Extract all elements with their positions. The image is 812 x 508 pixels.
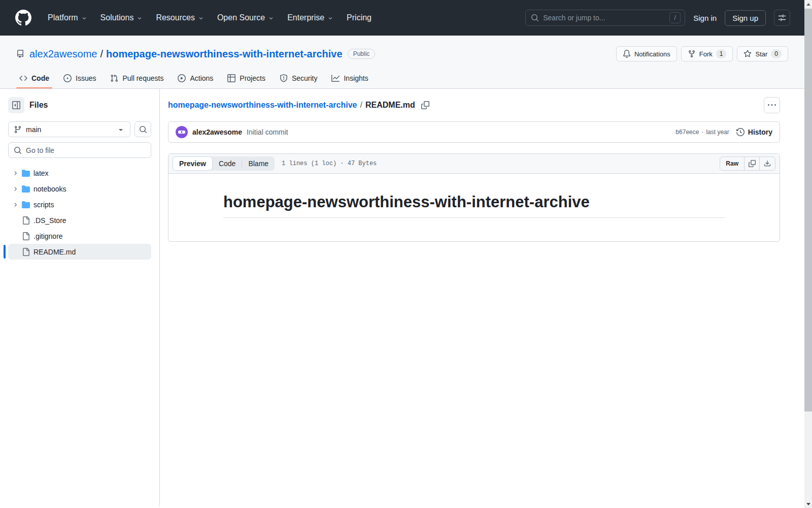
- tab-issues[interactable]: Issues: [56, 69, 103, 88]
- file-icon: [22, 216, 30, 225]
- notifications-button[interactable]: Notifications: [616, 46, 677, 61]
- nav-item-solutions[interactable]: Solutions: [95, 10, 148, 25]
- file-viewer-toolbar: Preview Code Blame 1 lines (1 loc) · 47 …: [168, 154, 780, 174]
- current-branch-name: main: [26, 125, 41, 134]
- chevron-right-icon[interactable]: [12, 202, 18, 208]
- slash-shortcut-key: /: [669, 12, 681, 23]
- copy-icon: [749, 160, 756, 167]
- download-icon: [764, 160, 771, 167]
- sliders-icon: [778, 14, 786, 22]
- tree-item-label: notebooks: [33, 185, 66, 193]
- chevron-right-icon[interactable]: [12, 170, 18, 176]
- issue-icon: [63, 74, 72, 82]
- download-button[interactable]: [760, 157, 775, 170]
- triangle-down-icon: [117, 125, 125, 134]
- tree-item-label: scripts: [33, 201, 54, 209]
- top-navbar: Platform Solutions Resources Open Source…: [0, 0, 804, 36]
- branch-icon: [14, 125, 22, 134]
- tree-item-notebooks[interactable]: notebooks: [8, 181, 151, 197]
- files-sidebar: Files main latex: [0, 89, 160, 506]
- folder-icon: [22, 201, 30, 209]
- tree-item-label: .DS_Store: [33, 216, 66, 225]
- appearance-settings-button[interactable]: [774, 10, 790, 26]
- tab-actions[interactable]: Actions: [171, 69, 220, 88]
- commit-author-link[interactable]: alex2awesome: [192, 128, 242, 136]
- nav-item-resources[interactable]: Resources: [151, 10, 209, 25]
- tab-security[interactable]: Security: [273, 69, 325, 88]
- star-icon: [743, 50, 752, 58]
- repo-name-link[interactable]: homepage-newsworthiness-with-internet-ar…: [106, 48, 343, 60]
- history-icon: [736, 128, 745, 136]
- latest-commit-bar: alex2awesome Initial commit b67eece · la…: [168, 121, 780, 143]
- pull-request-icon: [110, 74, 118, 82]
- file-view-pane: homepage-newsworthiness-with-internet-ar…: [160, 89, 804, 506]
- raw-actions-group: Raw: [720, 156, 775, 171]
- nav-item-enterprise[interactable]: Enterprise: [282, 10, 339, 25]
- star-button[interactable]: Star 0: [737, 46, 788, 61]
- global-search[interactable]: /: [525, 10, 685, 26]
- file-tree: latex notebooks scripts .DS_Store: [8, 165, 151, 260]
- copy-file-button[interactable]: [745, 157, 760, 170]
- search-this-repo-button[interactable]: [134, 121, 151, 137]
- github-logo-icon[interactable]: [15, 10, 31, 26]
- repo-icon: [16, 50, 24, 58]
- raw-button[interactable]: Raw: [720, 157, 745, 170]
- sign-up-button[interactable]: Sign up: [725, 10, 766, 26]
- window-scrollbar[interactable]: [804, 0, 812, 508]
- repo-header: alex2awesome / homepage-newsworthiness-w…: [0, 36, 804, 89]
- tab-code[interactable]: Code: [12, 69, 56, 88]
- scrollbar-down-arrow[interactable]: [804, 500, 812, 508]
- avatar[interactable]: [176, 126, 188, 138]
- code-tab[interactable]: Code: [213, 157, 242, 170]
- main-nav: Platform Solutions Resources Open Source…: [43, 10, 377, 25]
- shield-icon: [280, 74, 288, 82]
- breadcrumb: homepage-newsworthiness-with-internet-ar…: [168, 97, 780, 113]
- tab-insights[interactable]: Insights: [324, 69, 375, 88]
- breadcrumb-separator: /: [357, 101, 365, 110]
- history-link[interactable]: History: [736, 128, 772, 136]
- scrollbar-thumb[interactable]: [804, 9, 812, 411]
- tab-projects[interactable]: Projects: [220, 69, 273, 88]
- repo-owner-link[interactable]: alex2awesome: [29, 48, 97, 60]
- tab-pull-requests[interactable]: Pull requests: [103, 69, 171, 88]
- sign-in-link[interactable]: Sign in: [693, 14, 717, 22]
- search-icon: [139, 125, 147, 134]
- search-icon: [14, 146, 22, 154]
- scrollbar-up-arrow[interactable]: [804, 0, 812, 8]
- tree-item-gitignore[interactable]: .gitignore: [8, 228, 151, 244]
- bell-icon: [623, 50, 631, 58]
- graph-icon: [331, 74, 340, 82]
- table-icon: [227, 74, 235, 82]
- commit-message-link[interactable]: Initial commit: [247, 128, 288, 136]
- star-count: 0: [771, 49, 782, 58]
- chevron-down-icon: [327, 15, 333, 21]
- nav-item-platform[interactable]: Platform: [43, 10, 92, 25]
- file-meta-info: 1 lines (1 loc) · 47 Bytes: [282, 160, 377, 167]
- copy-path-button[interactable]: [420, 100, 430, 110]
- blame-tab[interactable]: Blame: [242, 157, 275, 170]
- preview-tab[interactable]: Preview: [173, 156, 213, 171]
- nav-item-pricing[interactable]: Pricing: [342, 10, 377, 25]
- more-options-button[interactable]: [764, 97, 780, 113]
- fork-button[interactable]: Fork 1: [681, 46, 733, 61]
- tree-item-latex[interactable]: latex: [8, 165, 151, 181]
- folder-icon: [22, 185, 30, 193]
- search-input[interactable]: [543, 14, 665, 22]
- file-icon: [22, 232, 30, 240]
- kebab-horizontal-icon: [768, 101, 776, 109]
- go-to-file-input[interactable]: [26, 146, 146, 154]
- commit-sha[interactable]: b67eece: [675, 129, 699, 136]
- tree-item-scripts[interactable]: scripts: [8, 197, 151, 212]
- folder-icon: [22, 169, 30, 177]
- nav-item-open-source[interactable]: Open Source: [212, 10, 279, 25]
- visibility-badge: Public: [348, 49, 376, 59]
- go-to-file-field[interactable]: [8, 142, 151, 158]
- branch-selector[interactable]: main: [8, 121, 130, 137]
- collapse-sidebar-button[interactable]: [8, 97, 24, 113]
- repo-tab-bar: Code Issues Pull requests Actions Projec…: [0, 69, 804, 88]
- readme-heading: homepage-newsworthiness-with-internet-ar…: [223, 193, 725, 218]
- tree-item-ds-store[interactable]: .DS_Store: [8, 212, 151, 228]
- tree-item-readme[interactable]: README.md: [8, 244, 151, 260]
- chevron-right-icon[interactable]: [12, 186, 18, 192]
- breadcrumb-repo-link[interactable]: homepage-newsworthiness-with-internet-ar…: [168, 101, 357, 110]
